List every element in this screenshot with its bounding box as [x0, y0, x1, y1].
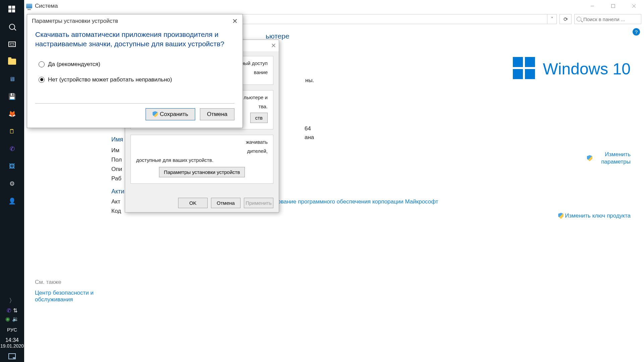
taskbar-viber[interactable]: ✆ [6, 143, 18, 155]
computer-icon [26, 4, 32, 8]
apply-button: Применить [244, 198, 273, 208]
device-install-group: жачивать дителей, доступные для ваших ус… [130, 135, 273, 184]
windows-logo-icon [8, 6, 16, 13]
license-terms-link[interactable]: ользование программного обеспечения корп… [266, 198, 438, 205]
change-key-link[interactable]: Изменить ключ продукта [558, 213, 631, 219]
taskbar-app[interactable]: 💾 [6, 90, 18, 103]
close-icon[interactable]: ✕ [232, 17, 238, 25]
tray-network-icon[interactable]: ⇅ [13, 307, 17, 314]
taskview-icon [8, 42, 16, 47]
dialog-titlebar[interactable]: Параметры установки устройств ✕ [27, 14, 243, 28]
window-titlebar[interactable]: Система [24, 0, 644, 12]
maximize-button[interactable] [603, 0, 623, 12]
tray-sound-icon[interactable]: 🔉 [12, 316, 19, 322]
device-install-settings-button[interactable]: Параметры установки устройств [159, 167, 245, 177]
search-box[interactable]: Поиск в панели ... [574, 14, 641, 24]
shield-icon [558, 213, 564, 219]
close-button[interactable] [624, 0, 644, 12]
refresh-button[interactable]: ⟳ [559, 14, 572, 24]
taskbar-search[interactable] [6, 21, 18, 33]
search-icon [9, 24, 15, 30]
folder-icon [8, 59, 16, 65]
clock-date[interactable]: 19.01.2020 [0, 343, 24, 349]
cancel-button[interactable]: Отмена [200, 108, 234, 120]
close-icon[interactable]: ✕ [271, 42, 276, 49]
tray-viber-icon[interactable]: ✆ [7, 307, 11, 314]
taskbar-app[interactable]: 🖼 [6, 160, 18, 172]
task-view[interactable] [6, 38, 18, 50]
shield-icon [587, 155, 592, 161]
windows10-brand: Windows 10 [513, 57, 631, 80]
taskbar: 🖥 💾 🦊 🗒 ✆ 🖼 ⚙ 👤 〉 ✆ ⇅ ◉ 🔉 РУС 14:34 19.0… [0, 0, 24, 362]
minimize-button[interactable] [582, 0, 602, 12]
action-center[interactable] [8, 353, 16, 359]
radio-icon [39, 77, 45, 83]
change-settings-link[interactable]: Изменить параметры [587, 151, 631, 166]
language-indicator[interactable]: РУС [7, 327, 17, 333]
radio-icon [39, 61, 45, 67]
see-also-label: См. также [35, 279, 95, 286]
taskbar-app[interactable]: 🖥 [6, 73, 18, 85]
ok-button[interactable]: OK [178, 198, 208, 208]
device-manager-button[interactable]: ств [250, 113, 268, 123]
dialog-footer: OK Отмена Применить [125, 194, 279, 212]
clock-time[interactable]: 14:34 [5, 337, 19, 343]
device-install-dialog: Параметры установки устройств ✕ Скачиват… [27, 14, 243, 128]
radio-no[interactable]: Нет (устройство может работать неправиль… [35, 76, 234, 83]
help-button[interactable]: ? [633, 28, 640, 36]
security-center-link[interactable]: Центр безопасности и обслуживания [35, 290, 95, 303]
taskbar-app[interactable]: 👤 [6, 195, 18, 207]
taskbar-firefox[interactable]: 🦊 [6, 108, 18, 120]
tray-expand[interactable]: 〉 [9, 297, 15, 305]
brand-text: Windows 10 [543, 60, 631, 78]
radio-yes[interactable]: Да (рекомендуется) [35, 61, 234, 68]
shield-icon [153, 111, 158, 117]
address-dropdown[interactable]: ˅ [547, 14, 557, 24]
search-icon [577, 17, 581, 21]
file-explorer[interactable] [6, 56, 18, 68]
window-title: Система [35, 3, 58, 9]
taskbar-settings[interactable]: ⚙ [6, 178, 18, 190]
dialog-question: Скачивать автоматически приложения произ… [35, 30, 234, 49]
windows-logo-icon [513, 57, 536, 80]
cancel-button[interactable]: Отмена [211, 198, 240, 208]
svg-rect-1 [611, 4, 615, 8]
save-button[interactable]: Сохранить [146, 108, 195, 120]
taskbar-notes[interactable]: 🗒 [6, 125, 18, 137]
tray-utorrent-icon[interactable]: ◉ [5, 316, 10, 322]
start-button[interactable] [6, 3, 18, 15]
dialog-title: Параметры установки устройств [32, 18, 118, 24]
